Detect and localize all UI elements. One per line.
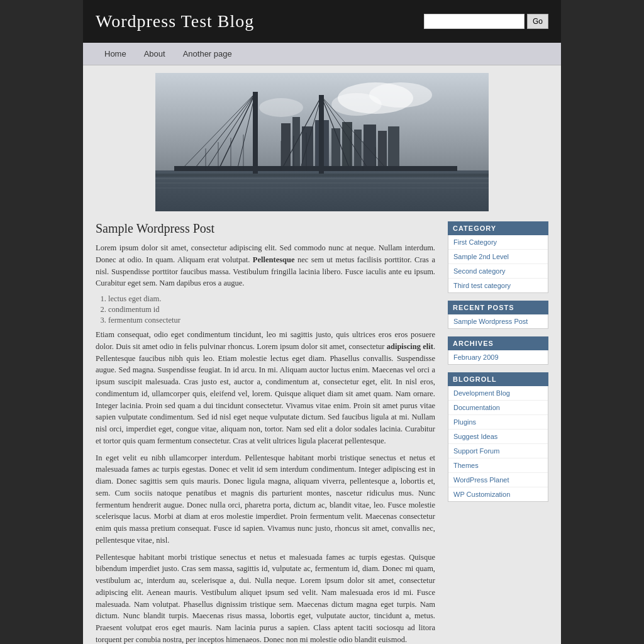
post-title: Sample Wordpress Post <box>96 221 435 236</box>
blogroll-widget: BLOGROLL Development Blog Documentation … <box>448 372 548 502</box>
category-widget-content: First Category Sample 2nd Level Second c… <box>448 235 548 293</box>
svg-point-4 <box>259 98 303 117</box>
svg-rect-8 <box>302 126 313 170</box>
svg-point-3 <box>331 93 382 116</box>
category-link[interactable]: Sample 2nd Level <box>448 250 548 264</box>
svg-rect-17 <box>319 95 324 174</box>
blogroll-title: BLOGROLL <box>448 372 548 386</box>
recent-posts-widget: RECENT POSTS Sample Wordpress Post <box>448 301 548 329</box>
list-item: fermentum consectetur <box>108 316 435 325</box>
blogroll-link[interactable]: Support Forum <box>448 444 548 458</box>
hero-image <box>155 73 489 211</box>
hero-section <box>83 65 561 211</box>
svg-rect-6 <box>281 123 291 170</box>
nav-item-about[interactable]: About <box>135 43 174 65</box>
category-link[interactable]: Third test category <box>448 279 548 292</box>
post-paragraph-1: Lorem ipsum dolor sit amet, consectetur … <box>96 242 435 289</box>
nav-item-another-page[interactable]: Another page <box>174 43 241 65</box>
post-list: lectus eget diam. condimentum id ferment… <box>108 294 435 325</box>
nav-item-home[interactable]: Home <box>96 43 135 65</box>
archives-title: ARCHIVES <box>448 336 548 350</box>
svg-rect-28 <box>174 166 457 171</box>
blogroll-link[interactable]: Documentation <box>448 401 548 414</box>
recent-posts-title: RECENT POSTS <box>448 301 548 314</box>
post-paragraph-3: In eget velit eu nibh ullamcorper interd… <box>96 452 435 547</box>
main-content: Sample Wordpress Post Lorem ipsum dolor … <box>96 221 448 644</box>
blogroll-link[interactable]: Suggest Ideas <box>448 430 548 443</box>
blogroll-link[interactable]: Plugins <box>448 415 548 429</box>
site-title: Wordpress Test Blog <box>96 11 254 31</box>
nav: Home About Another page <box>83 43 561 65</box>
post-body: Lorem ipsum dolor sit amet, consectetur … <box>96 242 435 644</box>
sidebar: CATEGORY First Category Sample 2nd Level… <box>448 221 548 509</box>
archives-widget: ARCHIVES February 2009 <box>448 336 548 365</box>
category-link[interactable]: Second category <box>448 264 548 278</box>
svg-rect-15 <box>388 126 399 170</box>
post-paragraph-4: Pellentesque habitant morbi tristique se… <box>96 552 435 645</box>
blogroll-link[interactable]: WP Customization <box>448 487 548 501</box>
svg-rect-39 <box>155 174 489 177</box>
list-item: condimentum id <box>108 305 435 314</box>
category-widget: CATEGORY First Category Sample 2nd Level… <box>448 221 548 293</box>
content-area: Sample Wordpress Post Lorem ipsum dolor … <box>83 211 561 644</box>
archive-link[interactable]: February 2009 <box>448 350 548 364</box>
archives-content: February 2009 <box>448 350 548 365</box>
recent-post-link[interactable]: Sample Wordpress Post <box>448 314 548 328</box>
category-widget-title: CATEGORY <box>448 221 548 235</box>
blogroll-link[interactable]: WordPress Planet <box>448 473 548 487</box>
blogroll-link[interactable]: Development Blog <box>448 386 548 400</box>
search-button[interactable]: Go <box>527 14 548 29</box>
svg-rect-13 <box>364 125 376 170</box>
blogroll-link[interactable]: Themes <box>448 458 548 472</box>
svg-rect-16 <box>253 92 258 174</box>
blogroll-content: Development Blog Documentation Plugins S… <box>448 386 548 502</box>
post-paragraph-2: Etiam consequat, odio eget condimentum t… <box>96 329 435 447</box>
recent-posts-content: Sample Wordpress Post <box>448 314 548 329</box>
svg-rect-10 <box>331 128 340 170</box>
search-form: Go <box>424 14 548 29</box>
search-input[interactable] <box>424 14 525 29</box>
svg-rect-12 <box>354 130 362 170</box>
list-item: lectus eget diam. <box>108 294 435 304</box>
category-link[interactable]: First Category <box>448 235 548 249</box>
